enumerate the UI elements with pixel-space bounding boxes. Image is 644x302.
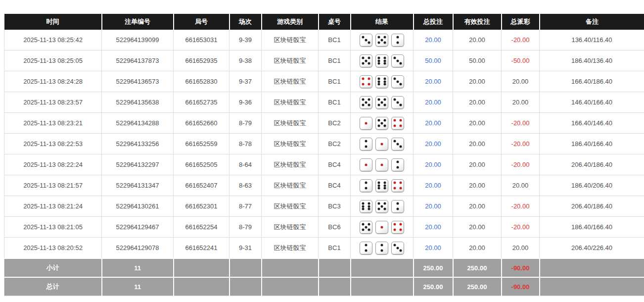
cell-total-bet[interactable]: 20.00 — [414, 154, 453, 175]
cell-payout: 20.00 — [502, 71, 540, 92]
cell-total-bet[interactable]: 20.00 — [414, 217, 453, 238]
cell-time: 2025-11-13 08:25:42 — [4, 30, 102, 50]
die-pip — [378, 125, 380, 127]
die-1 — [375, 138, 388, 151]
die-6 — [375, 54, 388, 67]
die-pip — [368, 77, 370, 80]
cell-session: 8-79 — [230, 113, 262, 134]
cell-total-bet[interactable]: 20.00 — [414, 30, 453, 50]
cell-game-type: 区块链骰宝 — [262, 196, 319, 217]
column-header-payout: 总派彩 — [502, 14, 540, 30]
die-pip — [378, 62, 380, 65]
die-pip — [362, 56, 365, 59]
cell-total-bet[interactable]: 20.00 — [414, 92, 453, 113]
die-pip — [397, 59, 399, 62]
cell-payout: 20.00 — [502, 92, 540, 113]
cell-time: 2025-11-13 08:21:24 — [4, 196, 102, 217]
die-pip — [399, 125, 402, 127]
cell-valid-bet: 20.00 — [453, 134, 502, 154]
cell-table-no: BC2 — [319, 134, 351, 154]
die-pip — [394, 187, 396, 190]
die-5 — [375, 200, 388, 213]
cell-session: 9-37 — [230, 71, 262, 92]
cell-total-bet[interactable]: 20.00 — [414, 175, 453, 196]
die-pip — [397, 143, 399, 145]
cell-session: 8-78 — [230, 134, 262, 154]
subtotal-empty-remark — [540, 258, 644, 277]
cell-payout: 20.00 — [502, 175, 540, 196]
cell-game-type: 区块链骰宝 — [262, 175, 319, 196]
cell-time: 2025-11-13 08:21:05 — [4, 217, 102, 238]
die-pip — [383, 181, 386, 184]
die-3 — [360, 34, 372, 47]
die-pip — [383, 184, 386, 187]
die-2 — [391, 200, 404, 213]
die-5 — [375, 96, 388, 109]
cell-remark: 206.40/186.40 — [540, 196, 644, 217]
cell-table-no: BC2 — [319, 113, 351, 134]
dice-result — [353, 54, 411, 67]
cell-total-bet[interactable]: 20.00 — [414, 134, 453, 154]
cell-payout: -20.00 — [502, 134, 540, 154]
subtotal-valid-bet: 250.00 — [453, 258, 502, 277]
die-pip — [378, 83, 380, 86]
table-row: 2025-11-13 08:22:24522964132297661652505… — [4, 154, 644, 175]
die-pip — [383, 125, 386, 127]
bet-records-table: 时间 注单编号 局号 场次 游戏类别 桌号 结果 总投注 有效投注 总派彩 备注… — [4, 14, 644, 296]
cell-table-no: BC4 — [319, 175, 351, 196]
die-pip — [383, 42, 386, 44]
column-header-total-bet: 总投注 — [414, 14, 453, 30]
die-pip — [383, 104, 386, 106]
die-pip — [399, 229, 402, 231]
die-pip — [383, 119, 386, 121]
die-pip — [383, 36, 386, 38]
cell-total-bet[interactable]: 50.00 — [414, 50, 453, 71]
cell-time: 2025-11-13 08:24:28 — [4, 71, 102, 92]
die-pip — [368, 42, 370, 44]
dice-result — [353, 242, 411, 254]
dice-result — [353, 138, 411, 151]
cell-table-no: BC1 — [319, 92, 351, 113]
cell-session: 8-63 — [230, 175, 262, 196]
cell-result — [351, 154, 414, 175]
cell-bet-id: 522964135638 — [102, 92, 174, 113]
cell-payout: -50.00 — [502, 50, 540, 71]
cell-total-bet[interactable]: 20.00 — [414, 113, 453, 134]
die-pip — [378, 181, 380, 184]
column-header-table-no: 桌号 — [319, 14, 351, 30]
die-pip — [381, 122, 383, 124]
die-pip — [394, 181, 396, 184]
die-pip — [368, 208, 370, 210]
cell-valid-bet: 20.00 — [453, 238, 502, 259]
cell-time: 2025-11-13 08:20:52 — [4, 238, 102, 259]
cell-result — [351, 134, 414, 154]
die-pip — [397, 80, 399, 83]
die-2 — [391, 34, 404, 47]
subtotal-empty-table — [319, 258, 351, 277]
cell-game-type: 区块链骰宝 — [262, 134, 319, 154]
cell-session: 8-64 — [230, 154, 262, 175]
cell-total-bet[interactable]: 20.00 — [414, 196, 453, 217]
die-pip — [383, 202, 386, 204]
cell-time: 2025-11-13 08:21:57 — [4, 175, 102, 196]
cell-valid-bet: 20.00 — [453, 30, 502, 50]
column-header-game-type: 游戏类别 — [262, 14, 319, 30]
die-pip — [378, 187, 380, 190]
die-pip — [365, 181, 368, 184]
cell-total-bet[interactable]: 20.00 — [414, 238, 453, 259]
die-pip — [394, 119, 396, 121]
cell-table-no: BC1 — [319, 71, 351, 92]
dice-result — [353, 158, 411, 171]
cell-total-bet[interactable]: 20.00 — [414, 71, 453, 92]
cell-round-id: 661652559 — [174, 134, 230, 154]
die-pip — [399, 119, 402, 121]
cell-time: 2025-11-13 08:22:53 — [4, 134, 102, 154]
cell-bet-id: 522964132297 — [102, 154, 174, 175]
dice-result — [353, 96, 411, 109]
cell-valid-bet: 20.00 — [453, 113, 502, 134]
table-row: 2025-11-13 08:20:52522964129078661652241… — [4, 238, 644, 259]
cell-payout: -20.00 — [502, 154, 540, 175]
cell-bet-id: 522964137873 — [102, 50, 174, 71]
cell-time: 2025-11-13 08:23:57 — [4, 92, 102, 113]
die-pip — [378, 42, 380, 44]
